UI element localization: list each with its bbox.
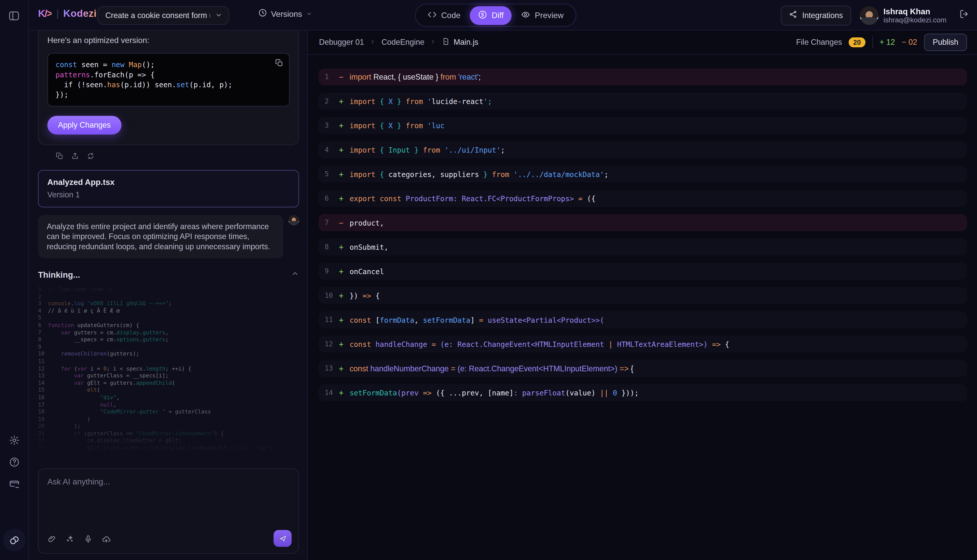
thinking-line: 7 var gutters = cm.display.gutters, xyxy=(38,329,299,336)
analyzed-file-card[interactable]: Analyzed App.tsx Version 1 xyxy=(38,170,299,208)
sparkles-icon[interactable] xyxy=(65,534,75,546)
integrations-icon xyxy=(788,10,797,21)
code-token: gutters xyxy=(142,337,165,343)
code-token: ' xyxy=(483,97,488,105)
code-token: lucide-react xyxy=(431,97,483,105)
code-line: patterns.forEach(p => { xyxy=(55,70,282,80)
code-token: const xyxy=(349,315,371,324)
diff-compare-icon xyxy=(478,10,488,21)
code-token: 'luc xyxy=(427,121,444,130)
breadcrumb-item-debugger[interactable]: Debugger 01 xyxy=(319,38,364,47)
code-token: (e: React.ChangeEvent<HTMLInputElement xyxy=(440,340,604,348)
additions-count: + 12 xyxy=(880,38,895,47)
help-icon[interactable] xyxy=(8,457,20,468)
added-sign: + xyxy=(339,340,349,348)
diff-line-code: const [formData, setFormData] = useState… xyxy=(349,315,604,324)
rail-logo-button[interactable] xyxy=(3,529,25,551)
thinking-line-code: var gutterClass = __specs[i]; xyxy=(48,373,169,380)
code-token: = xyxy=(451,364,456,373)
diff-line-code: }) => { xyxy=(349,291,380,300)
panel-toggle-icon[interactable] xyxy=(8,10,20,22)
user-name: Ishraq Khan xyxy=(883,7,947,16)
code-icon xyxy=(428,10,437,21)
breadcrumb-item-codeengine[interactable]: CodeEngine xyxy=(381,38,424,47)
view-tabs: Code Diff Preview xyxy=(415,4,576,27)
microphone-icon[interactable] xyxy=(84,534,93,546)
settings-gear-icon[interactable] xyxy=(8,435,20,446)
chevron-up-icon[interactable] xyxy=(291,269,299,280)
publish-button[interactable]: Publish xyxy=(924,33,967,51)
send-button[interactable] xyxy=(274,530,292,547)
thinking-line-code: "CodeMirror-gutter " + gutterClass xyxy=(48,409,211,416)
tab-preview[interactable]: Preview xyxy=(513,6,572,24)
integrations-button[interactable]: Integrations xyxy=(780,5,851,25)
code-token: __specs = cm. xyxy=(48,337,117,343)
line-number: 12 xyxy=(325,340,339,348)
thinking-line-code: if (gutterClass == "CodeMirror-linenumbe… xyxy=(48,430,224,437)
diff-line-code: product, xyxy=(349,218,384,227)
code-token: parseFloat xyxy=(522,388,565,397)
diff-row: 11+const [formData, setFormData] = useSt… xyxy=(318,311,967,328)
code-token: gutters xyxy=(142,329,165,335)
code-token: console xyxy=(48,300,71,307)
prompt-dropdown[interactable]: Create a cookie consent form using ... xyxy=(97,6,229,25)
code-token: updateGutters(cm) { xyxy=(74,322,139,328)
tab-code[interactable]: Code xyxy=(419,6,469,24)
copy-icon[interactable] xyxy=(55,151,63,163)
code-token: ProductForm: xyxy=(406,194,457,203)
refresh-icon[interactable] xyxy=(87,151,95,163)
code-token: . xyxy=(139,329,142,335)
line-number: 5 xyxy=(325,170,339,178)
thinking-line: 12 for (var i = 0; i < specs.length; ++i… xyxy=(38,365,299,372)
line-number: 1 xyxy=(38,286,48,293)
copy-icon[interactable] xyxy=(275,58,284,70)
code-token: , xyxy=(165,329,169,335)
user-message: Analyze this entire project and identify… xyxy=(38,215,284,258)
thinking-line: 22 cm.display.lineGutter = gElt; xyxy=(38,437,299,445)
thinking-line-code: // â é ù ï ø ç Ã Ē Æ œ xyxy=(48,307,120,315)
code-token xyxy=(483,315,488,324)
logout-icon[interactable] xyxy=(959,8,970,22)
code-token: '../ui/Input' xyxy=(444,145,501,154)
attachment-paperclip-icon[interactable] xyxy=(47,534,57,546)
code-token: var xyxy=(48,373,84,379)
code-token: from xyxy=(492,170,509,178)
line-number: 10 xyxy=(38,351,48,358)
code-token: import xyxy=(349,170,376,178)
versions-dropdown[interactable]: Versions xyxy=(258,8,312,19)
chevron-down-icon xyxy=(215,10,222,21)
cloud-upload-icon[interactable] xyxy=(102,534,111,546)
code-token: from xyxy=(441,72,456,81)
code-token xyxy=(371,291,376,300)
code-token xyxy=(376,170,380,178)
line-number: 8 xyxy=(38,337,48,343)
code-token xyxy=(401,97,406,105)
code-token: { xyxy=(631,364,633,373)
thinking-line: 3console.log "oO08 iIlL1 g9qCGQ ~-+=>"; xyxy=(38,300,299,307)
code-token: seen = xyxy=(77,60,112,69)
code-token: [ xyxy=(371,315,380,324)
thinking-line: 17 null, xyxy=(38,401,299,408)
thinking-line-code: "div", xyxy=(48,394,120,401)
main-column: K/> | Kodezi Create a cookie consent for… xyxy=(29,0,977,560)
user-menu[interactable]: Ishraq Khan ishraq@kodezi.com xyxy=(860,6,947,24)
code-token: { xyxy=(380,121,384,130)
code-token xyxy=(401,194,406,203)
billing-card-icon[interactable] xyxy=(8,478,20,490)
thinking-line: 6function updateGutters(cm) { xyxy=(38,322,299,329)
line-number: 10 xyxy=(325,292,339,300)
code-token: ; ++i) { xyxy=(165,365,191,371)
tab-diff[interactable]: Diff xyxy=(470,6,512,24)
code-token: "oO08 iIlL1 g9qCGQ ~-+=>" xyxy=(87,300,169,307)
diff-line-code: import React, { useState } from 'react'; xyxy=(349,72,481,81)
code-token: setFormData xyxy=(423,315,471,324)
diff-line-code: const handleNumberChange = (e: React.Cha… xyxy=(349,364,633,373)
code-token: } xyxy=(397,97,401,105)
apply-changes-button[interactable]: Apply Changes xyxy=(47,116,121,135)
topbar-right: Integrations Ishraq Khan ishraq@kodezi.c… xyxy=(780,0,969,30)
breadcrumb-file[interactable]: Main.js xyxy=(442,37,478,47)
analyzed-file-version: Version 1 xyxy=(47,190,290,199)
code-token: }) xyxy=(349,291,358,300)
line-number: 7 xyxy=(38,329,48,336)
share-icon[interactable] xyxy=(71,151,79,163)
